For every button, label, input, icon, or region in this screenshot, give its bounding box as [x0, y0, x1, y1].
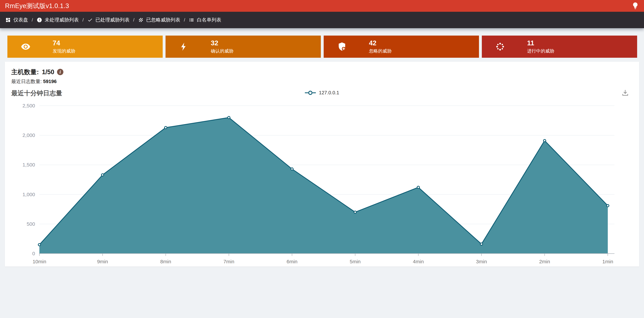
shield-plus-icon	[337, 42, 347, 52]
svg-text:5min: 5min	[350, 259, 360, 264]
svg-text:0: 0	[32, 251, 35, 256]
nav-item-unhandled-threats[interactable]: 未处理威胁列表	[37, 17, 79, 23]
svg-text:4min: 4min	[413, 259, 424, 264]
info-icon[interactable]: i	[57, 69, 64, 75]
bolt-icon	[179, 42, 189, 52]
nav-item-label: 已处理威胁列表	[96, 17, 130, 23]
check-icon	[88, 17, 93, 23]
host-count-value: 1/50	[42, 69, 54, 76]
stat-card-ignored-threats[interactable]: 42 忽略的威胁	[324, 36, 479, 58]
chart-title: 最近十分钟日志量	[11, 89, 62, 98]
nav-item-label: 未处理威胁列表	[45, 17, 79, 23]
breadcrumb-nav: 仪表盘 / 未处理威胁列表 / 已处理威胁列表 / 已忽略威胁列表 /	[0, 12, 644, 28]
dashboard-icon	[5, 17, 11, 23]
svg-text:10min: 10min	[32, 259, 46, 264]
stat-cards-row: 74 发现的威胁 32 确认的威胁 42 忽略的威胁	[8, 36, 637, 58]
alert-octagon-icon	[37, 17, 42, 23]
breadcrumb-separator: /	[184, 18, 185, 23]
spinner-dots-icon	[495, 42, 505, 52]
breadcrumb-separator: /	[32, 18, 33, 23]
app-title: RmEye测试版v1.0.1.3	[5, 2, 69, 10]
breadcrumb-separator: /	[133, 18, 134, 23]
nav-item-label: 白名单列表	[197, 17, 221, 23]
svg-text:2,000: 2,000	[22, 132, 35, 138]
svg-text:3min: 3min	[476, 259, 487, 264]
download-icon[interactable]	[622, 89, 629, 97]
svg-text:1min: 1min	[602, 259, 613, 264]
recent-log-value: 59196	[43, 79, 57, 84]
svg-text:1,500: 1,500	[22, 162, 35, 167]
svg-text:9min: 9min	[97, 259, 108, 264]
stat-label: 发现的威胁	[53, 48, 75, 54]
stat-label: 进行中的威胁	[527, 48, 554, 54]
chart-header: 最近十分钟日志量 127.0.0.1	[5, 89, 639, 98]
eye-icon	[21, 42, 30, 52]
hatch-icon	[138, 17, 144, 23]
svg-text:500: 500	[27, 221, 35, 227]
breadcrumb-separator: /	[82, 18, 84, 23]
log-volume-area-chart[interactable]: 05001,0001,5002,0002,50010min9min8min7mi…	[5, 98, 639, 267]
stat-card-confirmed-threats[interactable]: 32 确认的威胁	[166, 36, 321, 58]
nav-item-label: 已忽略威胁列表	[146, 17, 180, 23]
stat-label: 忽略的威胁	[369, 48, 392, 54]
svg-text:8min: 8min	[160, 259, 171, 264]
nav-item-handled-threats[interactable]: 已处理威胁列表	[88, 17, 130, 23]
host-count-line: 主机数量: 1/50 i	[11, 68, 639, 76]
legend-line-marker-icon	[305, 90, 316, 95]
list-icon	[189, 17, 194, 23]
light-bulb-icon[interactable]	[632, 2, 639, 10]
stat-value: 32	[211, 39, 234, 47]
nav-item-whitelist[interactable]: 白名单列表	[189, 17, 221, 23]
svg-text:6min: 6min	[286, 259, 298, 264]
host-count-label: 主机数量:	[11, 68, 39, 76]
stat-value: 74	[53, 39, 75, 47]
stat-label: 确认的威胁	[211, 48, 234, 54]
stat-card-discovered-threats[interactable]: 74 发现的威胁	[8, 36, 163, 58]
svg-text:2,500: 2,500	[22, 103, 35, 108]
stat-card-inprogress-threats[interactable]: 11 进行中的威胁	[482, 36, 637, 58]
nav-item-dashboard[interactable]: 仪表盘	[5, 17, 28, 23]
stat-value: 42	[369, 39, 392, 47]
legend-label: 127.0.0.1	[319, 90, 339, 96]
svg-text:7min: 7min	[224, 259, 234, 264]
recent-log-label: 最近日志数量:	[11, 79, 42, 84]
svg-text:1,000: 1,000	[22, 192, 35, 197]
svg-text:2min: 2min	[539, 259, 550, 264]
nav-item-label: 仪表盘	[14, 17, 28, 23]
recent-log-line: 最近日志数量:59196	[11, 78, 639, 84]
dashboard-panel: 主机数量: 1/50 i 最近日志数量:59196 最近十分钟日志量 127.0…	[5, 62, 639, 266]
stat-value: 11	[527, 39, 554, 47]
nav-item-ignored-threats[interactable]: 已忽略威胁列表	[138, 17, 180, 23]
legend-item-127-0-0-1[interactable]: 127.0.0.1	[305, 90, 339, 96]
app-header: RmEye测试版v1.0.1.3	[0, 0, 644, 12]
